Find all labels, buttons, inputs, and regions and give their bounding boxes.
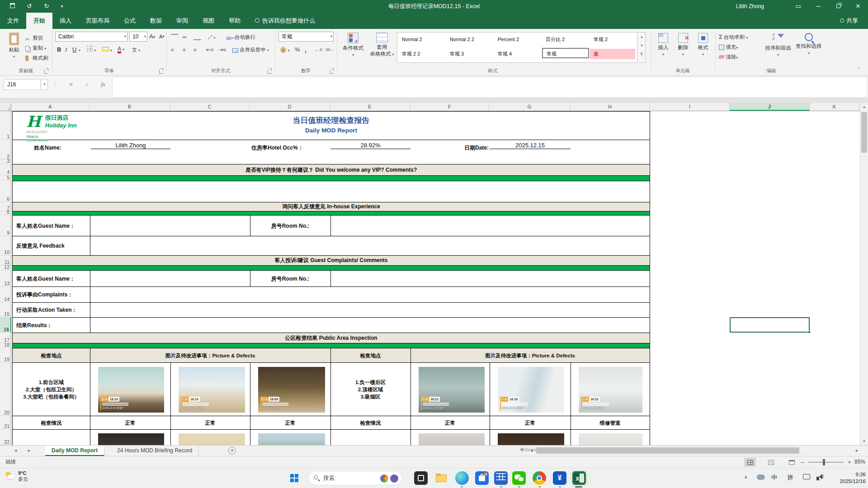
comma-style-button[interactable]: ,: [305, 45, 307, 54]
align-middle-icon[interactable]: ═: [183, 33, 186, 42]
borders-button[interactable]: ▾: [87, 45, 96, 54]
inspection-photo-c22[interactable]: [179, 433, 245, 446]
collapse-ribbon-icon[interactable]: ⌃: [857, 67, 861, 71]
volume-icon[interactable]: ): [816, 474, 824, 482]
hscroll-thumb[interactable]: [536, 447, 799, 454]
date-value[interactable]: 2025.12.15: [490, 142, 571, 149]
tab-page-layout[interactable]: 页面布局: [79, 13, 117, 29]
zoom-out-icon[interactable]: −: [799, 458, 806, 467]
weather-widget[interactable]: 9°C多云: [5, 470, 28, 482]
decrease-font-icon[interactable]: A▾: [159, 32, 164, 41]
name-value[interactable]: Lilith Zhong: [91, 142, 170, 149]
number-format-combo[interactable]: 常规▾: [278, 32, 334, 42]
align-top-icon[interactable]: ▔▔: [171, 33, 178, 42]
tab-file[interactable]: 文件: [0, 13, 26, 29]
file-explorer-icon[interactable]: [434, 471, 448, 485]
style-normal-2-2[interactable]: Normal 2 2: [446, 34, 493, 45]
copy-button[interactable]: 复制 ▾: [25, 43, 46, 52]
complaints-guest-name-cell[interactable]: [90, 271, 250, 286]
col-header-I[interactable]: I: [650, 103, 730, 111]
inspection-photo-g20[interactable]: 打卡16:182025.12.15 星期一: [498, 367, 564, 413]
inspection-photo-b20[interactable]: 打卡16:102025.12.15 星期一: [98, 367, 164, 413]
wechat-icon[interactable]: [512, 471, 526, 485]
fill-button[interactable]: ↓ 填充▾: [719, 42, 738, 52]
col-header-G[interactable]: G: [489, 103, 570, 111]
format-painter-button[interactable]: 格式刷: [25, 53, 48, 62]
col-header-F[interactable]: F: [410, 103, 489, 111]
row-header-4[interactable]: 4: [0, 164, 11, 175]
autosum-button[interactable]: Σ 自动求和 ▾: [719, 33, 748, 42]
style-percent2-cn[interactable]: 百分比 2: [542, 34, 589, 45]
row-header-22[interactable]: 22: [0, 429, 11, 445]
clear-button[interactable]: 清除▾: [719, 52, 738, 61]
col-header-D[interactable]: D: [250, 103, 330, 111]
bold-button[interactable]: B: [57, 45, 61, 54]
row-header-18[interactable]: 18: [0, 343, 11, 348]
start-button[interactable]: [288, 471, 301, 485]
inspection-photo-f22[interactable]: [419, 433, 485, 446]
format-as-table-button[interactable]: 套用表格格式 ▾: [368, 32, 396, 63]
clipboard-dialog-launcher[interactable]: [44, 70, 48, 74]
page-break-view-icon[interactable]: [786, 458, 797, 467]
row-header-17[interactable]: 17: [0, 333, 11, 343]
vertical-scrollbar[interactable]: ▲ ▼: [860, 103, 868, 445]
account-name[interactable]: Lilith Zhong: [736, 0, 764, 13]
zoom-level[interactable]: 85%: [854, 459, 865, 465]
fill-color-button[interactable]: ▾: [102, 45, 112, 54]
style-percent-2[interactable]: Percent 2: [494, 34, 541, 45]
row-header-15[interactable]: 15: [0, 302, 11, 317]
row-header-5[interactable]: 5: [0, 175, 11, 181]
row-header-1[interactable]: 1: [0, 111, 11, 140]
onedrive-tray-icon[interactable]: [757, 474, 765, 480]
row-header-2[interactable]: 2: [0, 140, 11, 160]
align-left-icon[interactable]: ≡: [171, 45, 174, 54]
decrease-decimal-button[interactable]: .00→: [325, 45, 335, 54]
vscroll-thumb[interactable]: [861, 112, 867, 153]
style-normal-selected[interactable]: 常规: [542, 48, 589, 58]
calculator-app-icon[interactable]: [494, 471, 508, 485]
taskbar-app-dark-icon[interactable]: [414, 471, 428, 485]
hscroll-left-icon[interactable]: ◂: [530, 448, 533, 453]
style-changgui-2-2[interactable]: 常规 2 2: [398, 49, 445, 59]
scroll-down-icon[interactable]: ▼: [860, 437, 868, 445]
tab-review[interactable]: 审阅: [169, 13, 195, 29]
orientation-button[interactable]: ⤢ ▾: [208, 33, 215, 42]
row-header-20[interactable]: 20: [0, 362, 11, 416]
fill-handle[interactable]: [808, 331, 811, 333]
phonetic-guide-button[interactable]: 文 ▾: [132, 45, 140, 54]
font-color-button[interactable]: A ▾: [118, 44, 124, 53]
style-normal-2[interactable]: Normal 2: [398, 34, 445, 45]
inspection-photo-h22[interactable]: [579, 433, 642, 446]
col-header-A[interactable]: A: [11, 103, 90, 111]
complaints-room-cell[interactable]: [331, 271, 650, 286]
formula-bar-splitter[interactable]: ⋮: [52, 80, 58, 87]
inspection-photo-d20[interactable]: 打卡16:092025.12.15 星期一: [258, 367, 325, 413]
close-icon[interactable]: ✕: [848, 0, 868, 13]
vip-answer-cell[interactable]: [13, 181, 650, 202]
scroll-up-icon[interactable]: ▲: [860, 103, 868, 111]
row-header-6[interactable]: 6: [0, 181, 11, 202]
inspection-photo-h20[interactable]: 打卡16:222025.12.15 星期一: [579, 367, 642, 413]
tab-scroll-right-icon[interactable]: ▸: [28, 448, 30, 453]
font-family-combo[interactable]: Calibri▾: [55, 32, 127, 42]
row-header-7[interactable]: 7: [0, 202, 11, 211]
store-app-icon[interactable]: [475, 471, 489, 485]
finance-app-icon[interactable]: ¥: [553, 471, 566, 485]
feedback-cell[interactable]: [90, 236, 650, 255]
add-sheet-button[interactable]: +: [228, 447, 236, 455]
decrease-indent-icon[interactable]: ⇤≡: [206, 45, 213, 54]
tray-chevron-icon[interactable]: ∧: [744, 474, 747, 479]
increase-font-icon[interactable]: A▴: [149, 32, 155, 41]
tab-data[interactable]: 数据: [143, 13, 169, 29]
taskbar-search-box[interactable]: 搜索: [308, 471, 402, 485]
format-cells-button[interactable]: 格式▾: [693, 32, 712, 63]
ime-mode-indicator[interactable]: 拼: [788, 474, 793, 482]
sheet-tab-24h-briefing[interactable]: 24 Hours MOD Briefing Record: [111, 446, 199, 456]
style-changgui-4[interactable]: 常规 4: [494, 49, 541, 59]
chrome-icon[interactable]: [533, 471, 546, 485]
row-header-3[interactable]: 3: [0, 160, 11, 164]
col-header-K[interactable]: K: [810, 103, 859, 111]
row-header-12[interactable]: 12: [0, 265, 11, 270]
tab-insert[interactable]: 插入: [52, 13, 79, 29]
row-header-10[interactable]: 10: [0, 236, 11, 255]
